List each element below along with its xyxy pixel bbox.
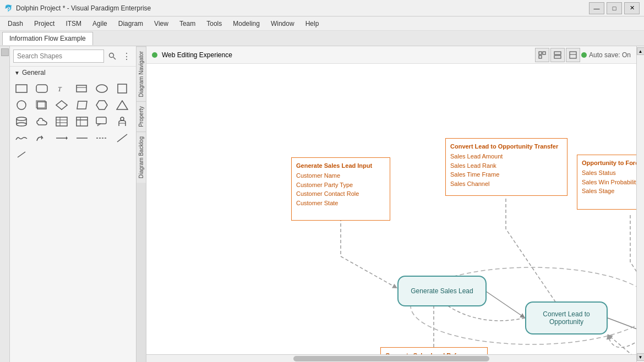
h-scrollbar-thumb[interactable] bbox=[293, 356, 489, 361]
status-indicator bbox=[152, 52, 157, 58]
menu-itsm[interactable]: ITSM bbox=[60, 18, 87, 30]
svg-marker-12 bbox=[56, 101, 67, 109]
box-item: Customer State bbox=[296, 199, 385, 208]
menu-window[interactable]: Window bbox=[265, 18, 300, 30]
svg-rect-24 bbox=[77, 117, 88, 126]
scroll-up-btn[interactable]: ▲ bbox=[637, 47, 645, 55]
svg-point-19 bbox=[17, 123, 26, 126]
box-item: Sales Lead Amount bbox=[450, 152, 563, 161]
svg-rect-41 bbox=[554, 56, 561, 58]
svg-rect-39 bbox=[539, 56, 542, 58]
shape-circle[interactable] bbox=[13, 97, 30, 113]
shape-text[interactable]: T bbox=[53, 81, 70, 96]
shape-square[interactable] bbox=[114, 81, 130, 96]
tab-bar: Information Flow Example bbox=[0, 31, 644, 46]
shape-rectangle[interactable] bbox=[13, 81, 30, 96]
menu-dash[interactable]: Dash bbox=[2, 18, 29, 30]
shape-rounded-rect[interactable] bbox=[34, 81, 50, 96]
shape-swimlane[interactable] bbox=[74, 114, 90, 129]
shape-table[interactable] bbox=[53, 114, 70, 129]
generate-sales-lead-process[interactable]: Generate Sales Lead bbox=[397, 276, 487, 306]
generate-sales-lead-input-box[interactable]: Generate Sales Lead Input Customer Name … bbox=[291, 157, 390, 221]
svg-marker-13 bbox=[77, 101, 87, 109]
shape-callout[interactable] bbox=[94, 114, 110, 129]
menu-diagram[interactable]: Diagram bbox=[113, 18, 149, 30]
shape-diagonal-line[interactable] bbox=[114, 130, 130, 146]
shape-rect-shadow[interactable] bbox=[34, 97, 50, 113]
shape-curved-arrow[interactable] bbox=[34, 130, 50, 146]
canvas-area: Web Editing Experience Auto save: On bbox=[146, 46, 636, 362]
menu-agile[interactable]: Agile bbox=[87, 18, 113, 30]
close-button[interactable]: ✕ bbox=[624, 2, 640, 14]
tab-diagram-navigator[interactable]: Diagram Navigator bbox=[137, 46, 146, 101]
shape-parallelogram[interactable] bbox=[74, 97, 90, 113]
svg-point-29 bbox=[121, 117, 124, 120]
menu-help[interactable]: Help bbox=[300, 18, 325, 30]
menu-bar: Dash Project ITSM Agile Diagram View Tea… bbox=[0, 17, 644, 31]
menu-tools[interactable]: Tools bbox=[201, 18, 227, 30]
box-item: Sales Win Probability bbox=[582, 178, 636, 187]
shape-dashed-line[interactable] bbox=[94, 130, 110, 146]
box-item: Customer Party Type bbox=[296, 180, 385, 190]
nav-collapse-btn[interactable] bbox=[1, 48, 9, 56]
diagram-tab-label: Information Flow Example bbox=[9, 35, 86, 42]
app-icon: 🐬 bbox=[4, 4, 13, 12]
svg-rect-27 bbox=[96, 117, 106, 124]
canvas-title: Web Editing Experience bbox=[162, 51, 232, 59]
box-item: Sales Stage bbox=[582, 187, 636, 196]
convert-lead-opportunity-process[interactable]: Convert Lead to Opportunity bbox=[525, 301, 608, 334]
menu-view[interactable]: View bbox=[149, 18, 174, 30]
h-scrollbar[interactable] bbox=[146, 354, 636, 362]
autosave-label: Auto save: On bbox=[589, 51, 631, 59]
convert-lead-transfer-box[interactable]: Convert Lead to Opportunity Transfer Sal… bbox=[445, 138, 567, 196]
search-button[interactable] bbox=[106, 50, 118, 62]
search-bar: ⋮ bbox=[10, 46, 136, 67]
shapes-grid: T bbox=[10, 79, 136, 164]
shape-hexagon[interactable] bbox=[94, 97, 110, 113]
section-label: General bbox=[22, 69, 46, 76]
shape-person[interactable] bbox=[114, 114, 130, 129]
svg-rect-42 bbox=[570, 52, 576, 58]
svg-marker-15 bbox=[117, 101, 128, 109]
box-item: Sales Lead Rank bbox=[450, 161, 563, 171]
tab-diagram-backlog[interactable]: Diagram Backlog bbox=[137, 131, 146, 183]
shape-panel: ⋮ ▼ General T bbox=[10, 46, 137, 362]
shape-cloud[interactable] bbox=[34, 114, 50, 129]
diagram-canvas[interactable]: Generate Sales Lead Input Customer Name … bbox=[146, 64, 636, 362]
diagram-tab[interactable]: Information Flow Example bbox=[2, 32, 93, 45]
svg-marker-32 bbox=[66, 136, 68, 140]
box-item: Sales Status bbox=[582, 168, 636, 178]
shape-label[interactable] bbox=[74, 81, 90, 96]
minimize-button[interactable]: — bbox=[589, 2, 604, 14]
view-mode-btn-1[interactable] bbox=[535, 48, 549, 62]
view-mode-btn-2[interactable] bbox=[550, 48, 565, 62]
more-options-button[interactable]: ⋮ bbox=[121, 50, 133, 62]
svg-marker-14 bbox=[96, 101, 107, 109]
shape-line[interactable] bbox=[74, 130, 90, 146]
maximize-button[interactable]: □ bbox=[607, 2, 622, 14]
menu-team[interactable]: Team bbox=[174, 18, 201, 30]
box-item: Customer Name bbox=[296, 171, 385, 180]
menu-modeling[interactable]: Modeling bbox=[227, 18, 265, 30]
tab-property[interactable]: Property bbox=[137, 101, 146, 131]
svg-rect-38 bbox=[543, 52, 545, 54]
svg-rect-8 bbox=[118, 84, 127, 93]
scroll-down-btn[interactable]: ▼ bbox=[637, 353, 645, 361]
shape-ellipse[interactable] bbox=[94, 81, 110, 96]
shape-cylinder[interactable] bbox=[13, 114, 30, 129]
general-section-header[interactable]: ▼ General bbox=[10, 67, 136, 79]
search-input[interactable] bbox=[13, 50, 104, 63]
box-title-generate-input: Generate Sales Lead Input bbox=[296, 162, 385, 169]
shape-line-arrow[interactable] bbox=[53, 130, 70, 146]
opp-forecast-transfer-box[interactable]: Opportunity to Forecast Transfer Sales S… bbox=[577, 155, 636, 210]
section-arrow-icon: ▼ bbox=[14, 70, 20, 76]
menu-project[interactable]: Project bbox=[29, 18, 60, 30]
box-title-convert-transfer: Convert Lead to Opportunity Transfer bbox=[450, 143, 563, 150]
shape-diamond[interactable] bbox=[53, 97, 70, 113]
svg-point-9 bbox=[17, 101, 26, 109]
view-mode-btn-3[interactable] bbox=[566, 48, 580, 62]
shape-triangle[interactable] bbox=[114, 97, 130, 113]
canvas-top-icons: Auto save: On bbox=[535, 48, 631, 62]
shape-wave[interactable] bbox=[13, 130, 30, 146]
shape-short-line[interactable] bbox=[13, 147, 30, 162]
